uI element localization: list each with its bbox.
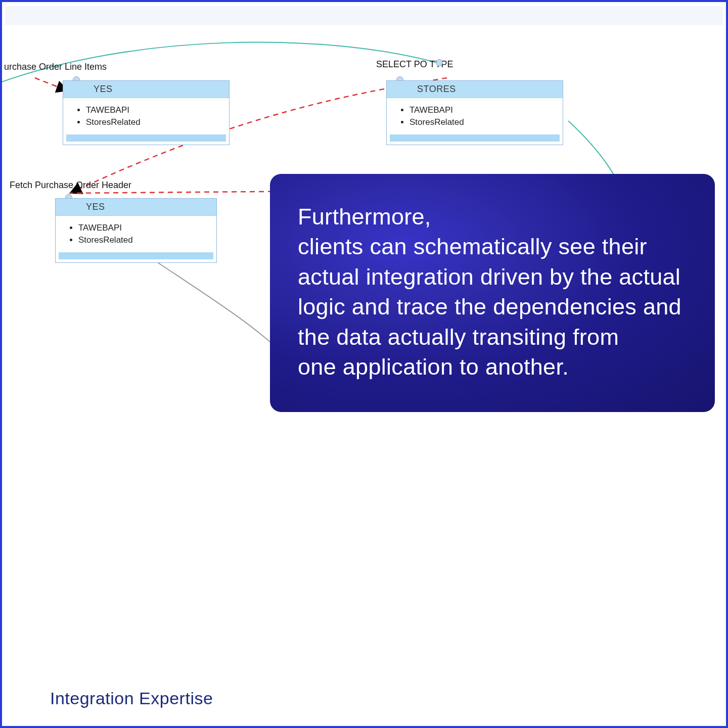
card-yes-1-footer [66,134,226,142]
card-yes-2-item-1: TAWEBAPI [78,223,211,233]
overlay-line-2: clients can schematically see their actu… [298,234,681,349]
connector-grey [154,260,285,356]
card-stores-title: STORES [387,81,563,98]
card-yes-2-footer [59,252,213,259]
card-yes-1[interactable]: YES TAWEBAPI StoresRelated [63,80,230,145]
card-yes-2[interactable]: YES TAWEBAPI StoresRelated [55,198,217,263]
card-yes-1-list: TAWEBAPI StoresRelated [63,98,229,134]
anchor-node2-top[interactable] [436,59,443,66]
card-yes-1-item-2: StoresRelated [86,117,224,127]
card-stores[interactable]: STORES TAWEBAPI StoresRelated [386,80,563,145]
node-label-po-line-items: urchase Order Line Items [4,62,107,72]
card-yes-2-item-2: StoresRelated [78,235,211,245]
overlay-line-1: Furthermore, [298,204,431,230]
card-stores-list: TAWEBAPI StoresRelated [387,98,563,134]
overlay-line-3: one application to another. [298,354,569,380]
node-label-fetch-po-header: Fetch Purchase Order Header [10,180,131,191]
card-yes-1-item-1: TAWEBAPI [86,105,224,115]
overlay-panel: Furthermore, clients can schematically s… [270,174,715,412]
card-stores-item-2: StoresRelated [410,117,558,127]
card-yes-1-title: YES [63,81,229,98]
card-stores-item-1: TAWEBAPI [410,105,558,115]
card-yes-2-list: TAWEBAPI StoresRelated [56,216,216,252]
card-yes-2-title: YES [56,199,216,216]
footer-caption: Integration Expertise [50,689,213,708]
card-stores-footer [390,134,560,142]
